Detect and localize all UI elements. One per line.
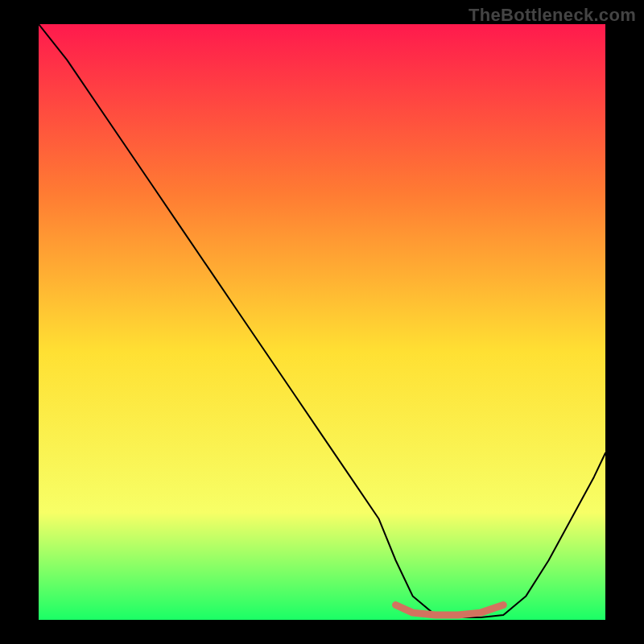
- plot-area: [39, 24, 605, 620]
- watermark-text: TheBottleneck.com: [469, 5, 636, 26]
- gradient-background: [39, 24, 605, 620]
- chart-frame: TheBottleneck.com: [0, 0, 644, 644]
- chart-svg: [39, 24, 605, 620]
